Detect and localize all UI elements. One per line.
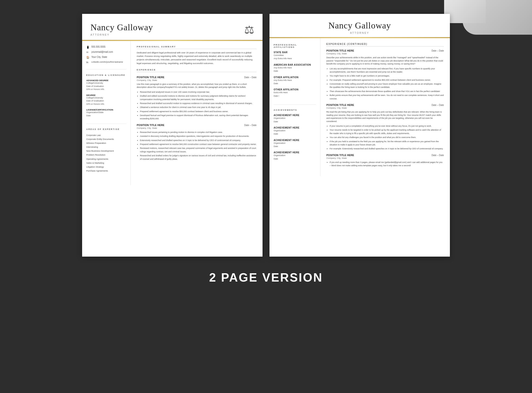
page1-body: 📱 555.555.5555 ✉ youremail@mail.com 🏠 Yo… (82, 41, 263, 185)
job-date: Date – Date (432, 154, 444, 157)
page-2: Nancy Galloway ATTORNEY PROFESSIONAL AFF… (269, 14, 450, 257)
job-date: Date – Date (244, 76, 257, 79)
achievement-date: Date (274, 145, 316, 148)
page-1: Nancy Galloway ATTORNEY ⚖ 📱 555.555.5555… (82, 14, 263, 257)
experience-title: EXPERIENCE (137, 69, 257, 72)
job-company: Company, City, State (326, 107, 444, 109)
affil-entry-1: AMERICAN BAR ASSOCIATIONAny Extra Info H… (274, 64, 316, 73)
job-title: POSITION TITLE HERE (137, 76, 164, 79)
job-title: POSITION TITLE HERE (326, 49, 354, 52)
affil-title: STATE BAR (274, 51, 316, 54)
affil-extra: Any Extra Info Here (274, 66, 316, 69)
job-bullets: Researched and analyzed issues in over 1… (140, 90, 257, 120)
page2-main: EXPERIENCE (continued) POSITION TITLE HE… (320, 38, 450, 176)
achievements-list: ACHIEVEMENT HEREOrganizationDateACHIEVEM… (274, 114, 316, 160)
edu-entry-2: LICENSE/CERTIFICATION Organization/State… (86, 108, 126, 117)
bullet-item: Obtained a sentence reduction for client… (140, 106, 257, 109)
experience-continued-list: POSITION TITLE HEREDate – DateCompany, C… (326, 49, 444, 167)
job-desc: Describe your achievements while in this… (326, 56, 444, 66)
bullet-item: For example: Extensively researched and … (330, 147, 444, 150)
affil-sub: Committee (274, 54, 316, 57)
achievement-entry-3: ACHIEVEMENT HEREOrganizationDate (274, 151, 316, 160)
email-icon: ✉ (86, 51, 89, 54)
job-header: POSITION TITLE HEREDate – Date (326, 154, 444, 157)
achievement-org: Organization (274, 117, 316, 120)
title-heading: ATTORNEY (90, 33, 153, 36)
linkedin-item: in Linkedin.com/in/yourfirst-lastname (86, 61, 126, 64)
job-desc: Re-read the job listing that you are app… (326, 111, 444, 123)
job-date: Date – Date (244, 124, 257, 127)
linkedin-icon: in (86, 61, 89, 64)
location-icon: 🏠 (86, 56, 89, 59)
affiliations-section: PROFESSIONAL AFFILIATIONS STATE BARCommi… (274, 44, 316, 105)
bullet-item: Researched issues pertaining to pending … (140, 131, 257, 134)
expertise-item: Problem Resolution (86, 153, 126, 157)
achievement-title: ACHIEVEMENT HERE (274, 127, 316, 129)
affil-date: Date (274, 82, 316, 85)
affiliations-title: PROFESSIONAL AFFILIATIONS (274, 44, 316, 48)
bullet-item: Extensively researched and drafted speec… (140, 139, 257, 142)
bullet-item: Researched and analyzed issues in over 1… (140, 90, 257, 94)
job-entry-1: POSITION TITLE HEREDate – DateCompany, C… (137, 124, 257, 161)
achievement-entry-2: ACHIEVEMENT HEREOrganizationDate (274, 139, 316, 148)
affil-date: Date ! (274, 94, 316, 98)
bullet-item: Developed factual and legal premise to s… (140, 114, 257, 120)
job-date: Date – Date (432, 49, 444, 52)
affil-entry-3: OTHER AFFILIATIONExtra Info HereDate ! (274, 88, 316, 98)
location-item: 🏠 Your City, State (86, 56, 126, 59)
achievement-title: ACHIEVEMENT HERE (274, 151, 316, 154)
expertise-item: Corporate Entity Documents (86, 137, 126, 141)
education-section: EDUCATION & LICENSURE ADVANCED DEGREE Co… (86, 74, 126, 124)
bullet-item: Bullet points ensure that your key achie… (330, 94, 444, 100)
affil-date: Date (274, 69, 316, 73)
contact-section: 📱 555.555.5555 ✉ youremail@mail.com 🏠 Yo… (86, 45, 126, 69)
phone-item: 📱 555.555.5555 (86, 45, 126, 49)
expertise-item: Operating Agreements (86, 157, 126, 161)
achievement-entry-0: ACHIEVEMENT HEREOrganizationDate (274, 114, 316, 123)
bullet-item: If your resume is just a compilation of … (330, 124, 444, 128)
experience-list: POSITION TITLE HEREDate – DateCompany, C… (137, 76, 257, 161)
achievement-title: ACHIEVEMENT HERE (274, 139, 316, 142)
job-header: POSITION TITLE HEREDate – Date (137, 124, 257, 127)
footer-label: 2 PAGE VERSION (209, 270, 323, 284)
bullet-item: If you end up needing more than 3 pages,… (330, 161, 444, 167)
job-title: POSITION TITLE HERE (137, 124, 164, 127)
page2-sidebar: PROFESSIONAL AFFILIATIONS STATE BARCommi… (269, 38, 320, 176)
affil-extra: Any Extra Info Here (274, 57, 316, 60)
job-company: Company, City, State (137, 79, 257, 81)
job-entry-0: POSITION TITLE HEREDate – DateCompany, C… (137, 76, 257, 120)
achievements-title: ACHIEVEMENTS (274, 109, 316, 111)
affil-title: OTHER AFFILIATION (274, 76, 316, 79)
bullet-item: Then showcase the achievements that demo… (330, 90, 444, 93)
edu-entry-1: DEGREE College/University Date of Gradua… (86, 94, 126, 106)
affil-extra: Any Extra Info Here (274, 79, 316, 82)
email-item: ✉ youremail@mail.com (86, 51, 126, 54)
education-title: EDUCATION & LICENSURE (86, 74, 126, 76)
job2-entry-2: POSITION TITLE HEREDate – DateCompany, C… (326, 154, 444, 167)
job2-entry-1: POSITION TITLE HEREDate – DateCompany, C… (326, 103, 444, 151)
expertise-title: AREAS OF EXPERTISE (86, 128, 126, 130)
job-title: POSITION TITLE HERE (326, 103, 354, 106)
achievement-entry-1: ACHIEVEMENT HEREOrganizationDate (274, 127, 316, 136)
job-company: Company, City, State (326, 157, 444, 159)
expertise-item: Purchase Agreements (86, 169, 126, 173)
job-company: Company, City, State (137, 127, 257, 129)
job-header: POSITION TITLE HEREDate – Date (326, 49, 444, 52)
affil-entry-0: STATE BARCommitteeAny Extra Info Here (274, 51, 316, 60)
expertise-item: Interviewing (86, 145, 126, 149)
achievement-title: ACHIEVEMENT HERE (274, 114, 316, 117)
job-title: POSITION TITLE HERE (326, 154, 354, 157)
bullet-item: Researched and drafted orders for judge'… (140, 154, 257, 161)
expertise-item: Corporate Law (86, 133, 126, 137)
achievement-org: Organization (274, 154, 316, 157)
achievement-org: Organization (274, 142, 316, 145)
scales-icon: ⚖ (244, 23, 254, 36)
achievement-date: Date (274, 157, 316, 160)
page2-body: PROFESSIONAL AFFILIATIONS STATE BARCommi… (269, 38, 450, 176)
bullet-item: Assisted in discovery including drafting… (140, 135, 257, 138)
affil-entry-2: OTHER AFFILIATIONAny Extra Info HereDate (274, 76, 316, 85)
bullet-item: Your resume needs to be targeted in orde… (330, 128, 444, 135)
summary-title: PROFESSIONAL SUMMARY (137, 45, 257, 49)
achievement-date: Date (274, 132, 316, 135)
job-bullets: If you end up needing more than 3 pages,… (330, 161, 444, 167)
